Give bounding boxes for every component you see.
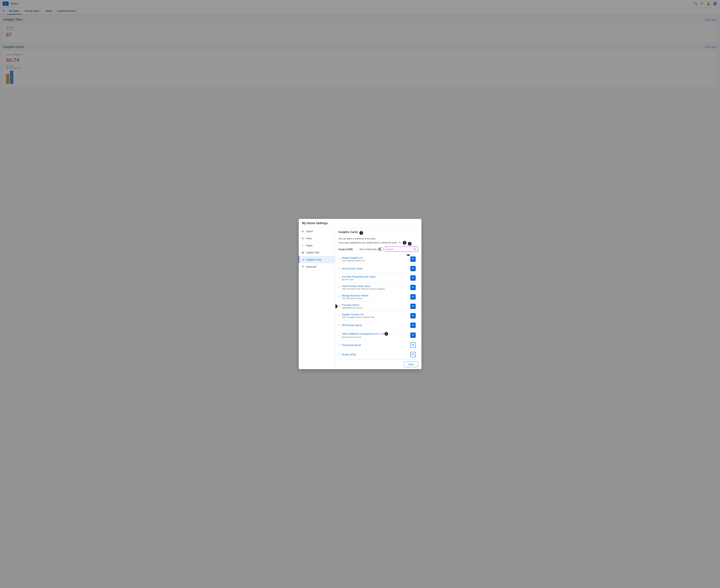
overlay: My Home Settings ⊞ Layout › 📰 News — [0, 0, 720, 90]
